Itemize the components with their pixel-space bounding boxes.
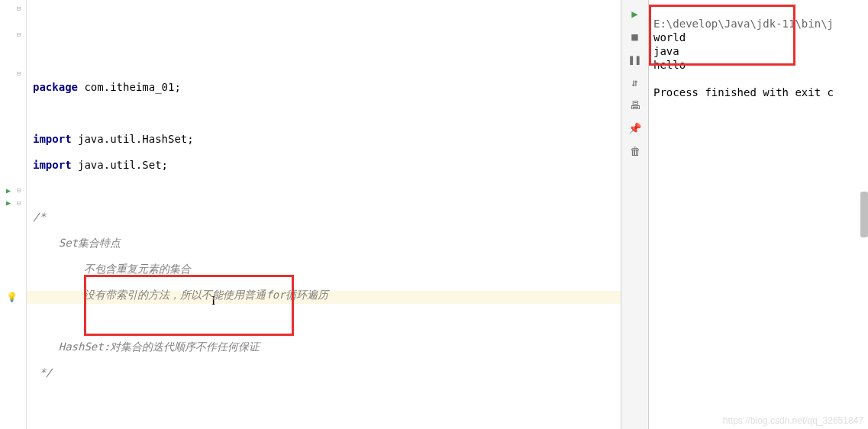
block-comment-start: /* <box>33 211 46 223</box>
comment-line: 不包含重复元素的集合 <box>84 263 191 275</box>
run-gutter-icon-2[interactable]: ▶ <box>6 198 11 207</box>
print-button[interactable]: 🖶 <box>628 98 643 113</box>
fold-icon[interactable]: ⊟ <box>17 186 21 194</box>
trash-button[interactable]: 🗑 <box>628 144 643 159</box>
annotation-box-output <box>649 5 795 66</box>
rerun-button[interactable]: ▶ <box>628 6 643 21</box>
layout-button[interactable]: ⇵ <box>628 75 643 90</box>
editor-gutter: ▶ ▶ 💡 ⊟ ⊟ ⊟ ⊟ ⊟ <box>0 0 27 429</box>
fold-icon[interactable]: ⊟ <box>17 69 21 77</box>
pin-button[interactable]: 📌 <box>628 121 643 136</box>
keyword-package: package <box>33 81 78 93</box>
annotation-box-code <box>84 275 294 336</box>
stop-button[interactable]: ■ <box>628 29 643 44</box>
comment-line: HashSet:对集合的迭代顺序不作任何保证 <box>59 340 260 353</box>
fold-icon[interactable]: ⊟ <box>17 31 21 38</box>
keyword-import: import <box>33 159 72 171</box>
package-name: com.itheima_01; <box>78 81 181 93</box>
console-exit: Process finished with exit c <box>653 86 834 98</box>
block-comment-end: */ <box>33 366 52 379</box>
import-stmt-1: java.util.HashSet; <box>72 133 194 145</box>
pause-button[interactable]: ❚❚ <box>628 52 643 67</box>
run-toolbar: ▶ ■ ❚❚ ⇵ 🖶 📌 🗑 <box>621 0 648 429</box>
intention-bulb-icon[interactable]: 💡 <box>6 292 18 302</box>
watermark-text: https://blog.csdn.net/qq_32651847 <box>723 415 863 426</box>
fold-icon[interactable]: ⊟ <box>17 5 21 12</box>
run-gutter-icon[interactable]: ▶ <box>6 186 11 195</box>
vertical-scrollbar[interactable] <box>860 192 868 237</box>
fold-icon[interactable]: ⊟ <box>17 199 21 207</box>
code-editor[interactable]: I package com.itheima_01; import java.ut… <box>27 0 621 429</box>
keyword-import: import <box>33 133 72 145</box>
import-stmt-2: java.util.Set; <box>72 159 168 171</box>
comment-line: Set集合特点 <box>59 237 121 249</box>
